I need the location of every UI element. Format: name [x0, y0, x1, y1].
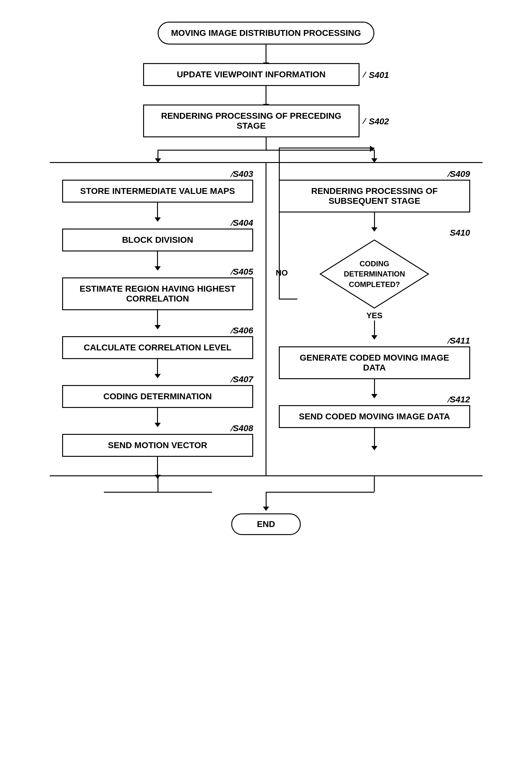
merge-arrow: [50, 476, 483, 507]
s406-box: CALCULATE CORRELATION LEVEL: [62, 336, 253, 359]
s408-label: S408: [233, 424, 253, 433]
s412-box: SEND CODED MOVING IMAGE DATA: [279, 405, 470, 428]
arrow-s401-s402: [266, 86, 266, 104]
s409-label: S409: [450, 169, 470, 179]
s407-label: S407: [233, 374, 253, 385]
s405-label: S405: [233, 267, 253, 277]
s410-text: CODING DETERMINATION COMPLETED?: [337, 258, 411, 290]
s407-box: CODING DETERMINATION: [62, 385, 253, 408]
two-col-section: ∕ S403 STORE INTERMEDIATE VALUE MAPS ∕ S…: [50, 163, 483, 475]
end-node: END: [231, 514, 301, 535]
s411-label: S411: [450, 336, 470, 346]
s401-row: UPDATE VIEWPOINT INFORMATION ∕ S401: [50, 63, 483, 86]
s408-box: SEND MOTION VECTOR: [62, 434, 253, 457]
s401-label: S401: [369, 70, 389, 80]
s410-label: S410: [450, 228, 470, 238]
flowchart: MOVING IMAGE DISTRIBUTION PROCESSING UPD…: [50, 12, 483, 548]
s402-box: RENDERING PROCESSING OF PRECEDING STAGE: [143, 104, 360, 137]
s412-label: S412: [450, 395, 470, 405]
s409-box: RENDERING PROCESSING OF SUBSEQUENT STAGE: [279, 180, 470, 212]
no-label: NO: [276, 268, 288, 278]
right-column: ∕ S409 RENDERING PROCESSING OF SUBSEQUEN…: [266, 163, 483, 475]
s403-box: STORE INTERMEDIATE VALUE MAPS: [62, 180, 253, 202]
s402-label: S402: [369, 117, 389, 126]
split-arrow: [50, 137, 483, 162]
s404-label: S404: [233, 218, 253, 228]
bottom-section: END: [50, 476, 483, 548]
s405-box: ESTIMATE REGION HAVING HIGHEST CORRELATI…: [62, 277, 253, 310]
s402-row: RENDERING PROCESSING OF PRECEDING STAGE …: [50, 104, 483, 137]
s410-section: S410 CODING DETERMINATION COMPLETED? NO: [279, 228, 470, 336]
top-section: MOVING IMAGE DISTRIBUTION PROCESSING UPD…: [50, 12, 483, 162]
s403-label: S403: [233, 169, 253, 179]
yes-label: YES: [366, 311, 382, 320]
arrow-start-s401: [266, 45, 266, 63]
s411-box: GENERATE CODED MOVING IMAGE DATA: [279, 346, 470, 379]
s401-box: UPDATE VIEWPOINT INFORMATION: [143, 63, 360, 86]
s406-label: S406: [233, 326, 253, 335]
start-node: MOVING IMAGE DISTRIBUTION PROCESSING: [158, 22, 374, 45]
s410-diamond: CODING DETERMINATION COMPLETED?: [319, 238, 430, 309]
s404-box: BLOCK DIVISION: [62, 228, 253, 251]
left-column: ∕ S403 STORE INTERMEDIATE VALUE MAPS ∕ S…: [50, 163, 266, 475]
